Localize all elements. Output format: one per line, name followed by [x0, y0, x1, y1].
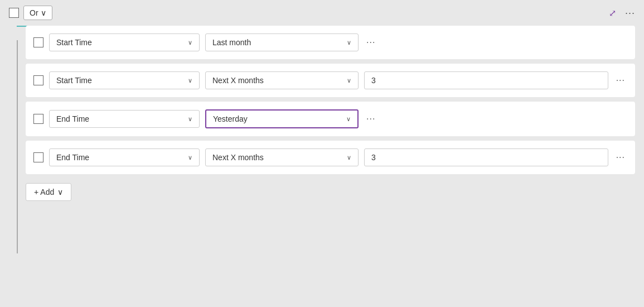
side-rail: [9, 26, 26, 301]
or-label: Or: [30, 8, 38, 17]
row3-field-label: End Time: [56, 114, 185, 123]
collapse-icon: ⤢: [609, 8, 616, 18]
top-dots-button[interactable]: ···: [625, 7, 635, 19]
add-chevron: ∨: [57, 188, 63, 196]
row4-condition-label: Next X months: [212, 153, 343, 162]
row4-field-select[interactable]: End Time ∨: [49, 148, 200, 166]
top-left: Or ∨: [9, 6, 52, 20]
row2-condition-label: Next X months: [212, 76, 343, 85]
row3-condition-chevron: ∨: [346, 116, 351, 123]
row1-field-chevron: ∨: [188, 39, 192, 46]
row2-field-select[interactable]: Start Time ∨: [49, 71, 200, 89]
row2-value-input[interactable]: [364, 71, 608, 89]
row2-condition-chevron: ∨: [347, 77, 351, 84]
row3-field-chevron: ∨: [188, 116, 192, 123]
row1-dots-button[interactable]: ···: [364, 37, 377, 47]
row1-checkbox[interactable]: [33, 37, 43, 47]
row4-dots-button[interactable]: ···: [614, 152, 627, 162]
row1-field-label: Start Time: [56, 38, 185, 47]
row4-condition-chevron: ∨: [347, 154, 351, 161]
row3-condition-label: Yesterday: [213, 114, 343, 123]
add-bar: + Add ∨: [26, 183, 635, 201]
row2-checkbox[interactable]: [33, 75, 43, 85]
row4-condition-select[interactable]: Next X months ∨: [205, 148, 359, 166]
row4-field-chevron: ∨: [188, 154, 192, 161]
row3-field-select[interactable]: End Time ∨: [49, 110, 200, 128]
row3-dots-button[interactable]: ···: [364, 114, 377, 124]
row1-condition-select[interactable]: Last month ∨: [205, 33, 359, 51]
side-vline: [17, 40, 18, 253]
add-label: + Add: [34, 188, 54, 196]
row1-field-select[interactable]: Start Time ∨: [49, 33, 200, 51]
row1-condition-label: Last month: [212, 38, 343, 47]
root-checkbox[interactable]: [9, 8, 19, 18]
row2-field-chevron: ∨: [188, 77, 192, 84]
row2-field-label: Start Time: [56, 76, 185, 85]
collapse-button[interactable]: ⤢: [609, 8, 616, 18]
or-button[interactable]: Or ∨: [23, 6, 52, 20]
rows-area: Start Time ∨ Last month ∨ ··· Start Time…: [26, 26, 635, 301]
row1-condition-chevron: ∨: [347, 39, 351, 46]
add-button[interactable]: + Add ∨: [26, 183, 71, 201]
row4-field-label: End Time: [56, 153, 185, 162]
row3-condition-select[interactable]: Yesterday ∨: [205, 109, 359, 128]
row3-checkbox[interactable]: [33, 114, 43, 124]
top-dots-icon: ···: [625, 7, 635, 18]
top-right: ⤢ ···: [609, 7, 635, 19]
row2-condition-select[interactable]: Next X months ∨: [205, 71, 359, 89]
row4-checkbox[interactable]: [33, 152, 43, 162]
filter-row: End Time ∨ Next X months ∨ ···: [26, 141, 635, 174]
filter-row: Start Time ∨ Next X months ∨ ···: [26, 64, 635, 97]
filter-row: End Time ∨ Yesterday ∨ ···: [26, 102, 635, 136]
filter-row: Start Time ∨ Last month ∨ ···: [26, 26, 635, 59]
row2-dots-button[interactable]: ···: [614, 75, 627, 85]
row4-value-input[interactable]: [364, 148, 608, 166]
top-bar: Or ∨ ⤢ ···: [9, 6, 635, 20]
or-chevron: ∨: [41, 8, 46, 17]
